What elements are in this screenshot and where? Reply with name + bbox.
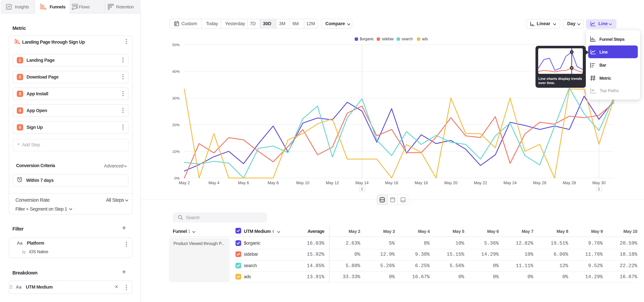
svg-text:1: 1 <box>361 187 363 191</box>
svg-text:May 10: May 10 <box>296 180 310 185</box>
svg-text:20%: 20% <box>172 123 180 127</box>
svg-text:1: 1 <box>598 187 600 191</box>
svg-text:May 20: May 20 <box>444 180 458 185</box>
svg-text:May 6: May 6 <box>238 180 249 185</box>
svg-text:May 18: May 18 <box>414 180 428 185</box>
svg-text:10%: 10% <box>172 150 180 154</box>
svg-text:May 22: May 22 <box>474 180 487 185</box>
svg-text:May 16: May 16 <box>385 180 398 185</box>
svg-text:May 30: May 30 <box>592 180 606 185</box>
svg-text:May 2: May 2 <box>179 180 190 185</box>
svg-text:May 24: May 24 <box>504 180 517 185</box>
svg-text:May 8: May 8 <box>268 180 278 185</box>
svg-text:May 4: May 4 <box>208 180 219 185</box>
svg-text:May 12: May 12 <box>326 180 339 185</box>
svg-text:May 14: May 14 <box>355 180 368 185</box>
svg-text:0%: 0% <box>174 176 180 180</box>
svg-text:May 26: May 26 <box>533 180 546 185</box>
svg-text:May 28: May 28 <box>563 180 576 185</box>
